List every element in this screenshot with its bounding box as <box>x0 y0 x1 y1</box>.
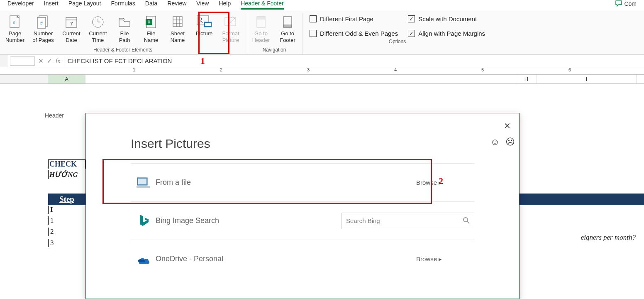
comment-icon <box>615 0 622 7</box>
svg-rect-14 <box>173 17 182 27</box>
go-to-footer-button[interactable]: Go to Footer <box>274 13 301 45</box>
folder-icon <box>117 15 132 29</box>
column-headers: A H I <box>0 75 644 84</box>
option-different-first-page[interactable]: Different First Page <box>310 15 398 22</box>
fx-icon[interactable]: fx <box>56 57 61 64</box>
svg-rect-27 <box>283 25 292 27</box>
svg-point-20 <box>199 18 202 20</box>
excel-file-icon: X <box>145 15 157 29</box>
browse-link[interactable]: Browse ▸ <box>416 179 474 186</box>
group-options: Different First Page Different Odd & Eve… <box>303 13 492 54</box>
current-time-label: Current Time <box>89 30 107 44</box>
current-date-label: Current Date <box>62 30 80 44</box>
clock-icon <box>91 15 105 29</box>
option-diff-first-label: Different First Page <box>320 15 373 22</box>
group-label-options: Options <box>389 37 406 45</box>
bing-icon <box>131 214 156 228</box>
option-align-margins-label: Align with Page Margins <box>418 30 485 37</box>
cell-huong[interactable]: HƯỚNG <box>48 170 85 179</box>
option-scale-with-document[interactable]: ✓ Scale with Document <box>408 15 485 22</box>
close-icon[interactable]: ✕ <box>504 121 511 131</box>
annotation-number-2: 2 <box>439 176 443 186</box>
current-time-button[interactable]: Current Time <box>85 13 111 45</box>
tab-developer[interactable]: Developer <box>7 0 34 8</box>
group-navigation: Go to Header Go to Footer Navigation <box>246 13 303 54</box>
partial-text: eigners per month? <box>581 233 636 242</box>
svg-rect-30 <box>137 186 150 188</box>
number-of-pages-button[interactable]: # Number of Pages <box>28 13 58 45</box>
col-I[interactable]: I <box>537 75 637 83</box>
format-picture-icon <box>223 15 238 29</box>
col-H[interactable]: H <box>516 75 537 83</box>
formula-bar: ✕ ✓ fx CHECKLIST OF FCT DECLARATION <box>0 55 644 67</box>
select-all-corner[interactable] <box>0 55 8 67</box>
option-align-page-margins[interactable]: ✓ Align with Page Margins <box>408 30 485 37</box>
frown-icon[interactable]: ☹ <box>505 137 515 147</box>
file-name-button[interactable]: X File Name <box>138 13 164 45</box>
group-header-footer-elements: # Page Number # Number of Pages 7 Curren… <box>0 13 246 54</box>
svg-rect-22 <box>205 23 211 26</box>
go-to-header-label: Go to Header <box>252 30 270 44</box>
onedrive-browse-link[interactable]: Browse ▸ <box>416 255 474 263</box>
tab-view[interactable]: View <box>196 0 209 8</box>
col-A[interactable]: A <box>48 75 85 83</box>
cell-I[interactable]: I <box>48 206 85 214</box>
computer-icon <box>131 176 156 189</box>
cancel-icon[interactable]: ✕ <box>38 57 44 65</box>
smile-icon[interactable]: ☺ <box>490 137 500 147</box>
cell-3[interactable]: 3 <box>48 239 85 247</box>
enter-icon[interactable]: ✓ <box>47 57 52 65</box>
tab-formulas[interactable]: Formulas <box>111 0 135 8</box>
checkbox-unchecked-icon <box>310 30 317 37</box>
step-header-cell[interactable]: Step <box>48 194 85 205</box>
number-of-pages-icon: # <box>36 15 50 29</box>
name-box[interactable] <box>10 56 35 66</box>
bing-search-input[interactable] <box>342 213 474 229</box>
svg-text:X: X <box>148 20 151 25</box>
group-label-navigation: Navigation <box>263 45 286 54</box>
svg-text:7: 7 <box>70 21 73 27</box>
bing-image-search-option[interactable]: Bing Image Search <box>131 201 474 240</box>
insert-pictures-dialog: ✕ ☺ ☹ Insert Pictures From a file Browse… <box>85 113 520 299</box>
tab-page-layout[interactable]: Page Layout <box>68 0 101 8</box>
svg-rect-25 <box>257 17 265 20</box>
picture-button[interactable]: Picture <box>191 13 217 39</box>
formula-input[interactable]: CHECKLIST OF FCT DECLARATION <box>64 56 644 66</box>
ruler-mark: 5 <box>481 67 484 72</box>
svg-text:#: # <box>13 20 16 25</box>
checkbox-checked-icon: ✓ <box>408 15 415 22</box>
file-path-button[interactable]: File Path <box>111 13 138 45</box>
search-icon[interactable] <box>463 217 470 224</box>
page-number-button[interactable]: # Page Number <box>2 13 28 45</box>
tab-review[interactable]: Review <box>167 0 186 8</box>
ruler-mark: 4 <box>394 67 397 72</box>
format-picture-button: Format Picture <box>217 13 244 45</box>
svg-line-32 <box>467 221 469 223</box>
svg-point-31 <box>463 218 468 222</box>
tab-header-footer[interactable]: Header & Footer <box>241 0 284 10</box>
current-date-button[interactable]: 7 Current Date <box>58 13 85 45</box>
sheet-icon <box>171 15 184 29</box>
tab-help[interactable]: Help <box>219 0 231 8</box>
bing-label: Bing Image Search <box>156 216 305 225</box>
cell-2[interactable]: 2 <box>48 228 85 236</box>
tab-insert[interactable]: Insert <box>44 0 59 8</box>
onedrive-option[interactable]: OneDrive - Personal Browse ▸ <box>131 240 474 278</box>
cell-check[interactable]: CHECK <box>48 159 85 169</box>
go-to-header-button: Go to Header <box>248 13 274 45</box>
group-label-elements: Header & Footer Elements <box>93 45 152 54</box>
horizontal-ruler: 1 2 3 4 5 6 <box>0 67 644 75</box>
ribbon-tabs: Developer Insert Page Layout Formulas Da… <box>0 0 644 11</box>
from-a-file-option[interactable]: From a file Browse ▸ <box>131 163 474 201</box>
number-of-pages-label: Number of Pages <box>32 30 54 44</box>
cell-1[interactable]: 1 <box>48 216 85 225</box>
onedrive-label: OneDrive - Personal <box>156 255 305 263</box>
option-different-odd-even[interactable]: Different Odd & Even Pages <box>310 30 398 37</box>
svg-text:#: # <box>40 21 43 26</box>
sheet-name-button[interactable]: Sheet Name <box>164 13 191 45</box>
onedrive-icon <box>131 254 156 265</box>
tab-data[interactable]: Data <box>145 0 158 8</box>
file-path-label: File Path <box>119 30 130 44</box>
ruler-mark: 2 <box>220 67 222 72</box>
comments-button[interactable]: Com <box>615 0 637 7</box>
